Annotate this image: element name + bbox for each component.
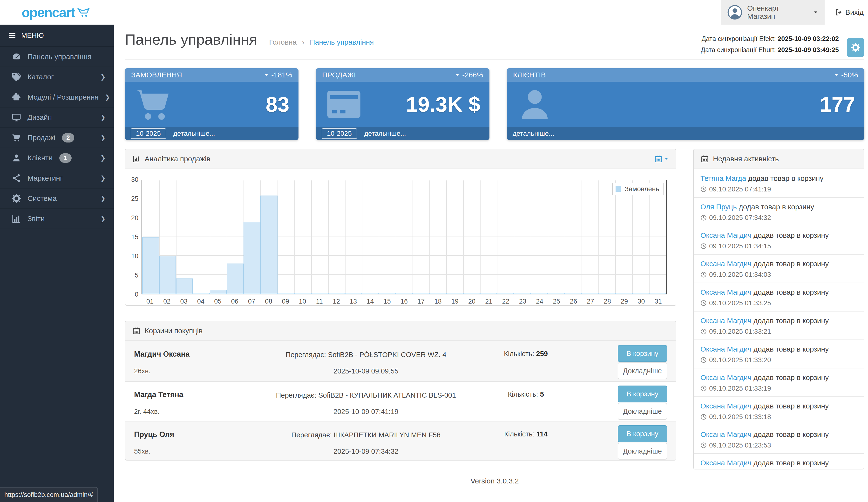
gridline xyxy=(142,255,666,256)
stat-card-footer: детальніше... xyxy=(507,127,865,140)
sidebar-item-design[interactable]: Дизайн ❯ xyxy=(0,107,114,128)
logout-button[interactable]: Вихід xyxy=(835,0,864,24)
clock-icon xyxy=(700,328,707,335)
opencart-admin-dashboard: opencart МЕНЮ Панель управління Каталог … xyxy=(0,0,868,502)
activity-timestamp: 09.10.2025 01:33:19 xyxy=(700,384,857,392)
stat-card-value: 83 xyxy=(266,92,289,117)
activity-action-text: додав товар в корзину xyxy=(754,373,829,381)
cart-icon xyxy=(12,133,21,143)
chart-bar xyxy=(396,293,413,294)
clock-icon xyxy=(700,300,707,306)
sidebar-item-system[interactable]: Система ❯ xyxy=(0,188,114,209)
sidebar-item-catalog[interactable]: Каталог ❯ xyxy=(0,67,114,87)
gridline xyxy=(430,180,430,294)
sidebar-item-label: Дизайн xyxy=(28,113,52,122)
activity-action-text: додав товар в корзину xyxy=(754,345,829,353)
cart-row: Пруць Оля 55хв. Переглядає: ШКАРПЕТКИ MA… xyxy=(125,421,676,461)
chevron-right-icon: ❯ xyxy=(105,94,110,101)
menu-toggle[interactable]: МЕНЮ xyxy=(0,24,114,47)
activity-customer-link[interactable]: Оксана Магдич xyxy=(700,373,752,381)
clock-icon xyxy=(700,243,707,249)
activity-customer-link[interactable]: Оксана Магдич xyxy=(700,402,752,410)
chevron-right-icon: ❯ xyxy=(100,73,106,81)
stat-card-month[interactable]: 10-2025 xyxy=(131,128,166,139)
to-cart-button[interactable]: В корзину xyxy=(618,386,667,402)
gridline xyxy=(379,180,379,294)
x-tick-label: 29 xyxy=(621,298,628,305)
cart-big-icon xyxy=(134,85,172,124)
chart-range-dropdown[interactable] xyxy=(654,155,669,163)
sidebar-item-label: Продажі xyxy=(28,134,55,142)
gridline xyxy=(480,180,480,294)
sidebar-item-customers[interactable]: Клієнти 1 ❯ xyxy=(0,148,114,168)
stat-card-title: КЛІЄНТІВ xyxy=(513,71,546,79)
chart-bar xyxy=(294,293,311,294)
stat-card-orders: ЗАМОВЛЕННЯ -181% 83 10-2025 детальніше..… xyxy=(125,68,299,140)
details-button[interactable]: Докладніше xyxy=(618,403,667,420)
sidebar: opencart МЕНЮ Панель управління Каталог … xyxy=(0,0,114,502)
chart-bar xyxy=(159,256,176,294)
opencart-logo[interactable]: opencart xyxy=(0,0,114,24)
x-tick-label: 14 xyxy=(366,298,374,305)
stat-card-month[interactable]: 10-2025 xyxy=(322,128,357,139)
cart-timestamp: 2025-10-09 09:09:55 xyxy=(257,367,475,375)
x-tick-label: 27 xyxy=(587,298,594,305)
x-tick-label: 20 xyxy=(468,298,475,305)
details-button[interactable]: Докладніше xyxy=(618,443,667,460)
to-cart-button[interactable]: В корзину xyxy=(618,345,667,362)
chart-x-axis: 0102030405060708091011121314151617181920… xyxy=(142,298,666,306)
details-button[interactable]: Докладніше xyxy=(618,362,667,379)
stat-card-more-link[interactable]: детальніше... xyxy=(364,130,406,137)
stat-card-more-link[interactable]: детальніше... xyxy=(513,130,554,137)
activity-customer-link[interactable]: Оксана Магдич xyxy=(700,231,752,239)
sidebar-item-extensions[interactable]: Модулі / Розширення ❯ xyxy=(0,87,114,107)
sidebar-item-reports[interactable]: Звіти ❯ xyxy=(0,209,114,229)
sync-line-ehurt: Дата синхронізації Ehurt: 2025-10-09 03:… xyxy=(701,44,839,55)
stat-card-body: 177 xyxy=(507,82,865,127)
cart-duration: 26хв. xyxy=(134,367,257,375)
x-tick-label: 04 xyxy=(197,298,205,305)
breadcrumb-current[interactable]: Панель управління xyxy=(310,38,374,46)
page-title: Панель управління xyxy=(125,31,257,48)
share-icon xyxy=(12,173,21,183)
activity-timestamp: 09.10.2025 01:23:53 xyxy=(700,441,857,449)
status-url-tooltip: https://sofib2b.com.ua/admin/# xyxy=(0,487,98,502)
activity-customer-link[interactable]: Оксана Магдич xyxy=(700,317,752,325)
gridline xyxy=(446,180,447,294)
activity-customer-link[interactable]: Оксана Магдич xyxy=(700,430,752,438)
chevron-right-icon: ❯ xyxy=(100,134,106,142)
chart-bar xyxy=(632,293,649,294)
activity-timestamp: 09.10.2025 07:41:19 xyxy=(700,185,857,193)
gridline xyxy=(581,180,582,294)
settings-button[interactable] xyxy=(847,38,865,57)
to-cart-button[interactable]: В корзину xyxy=(618,425,667,442)
sidebar-item-dashboard[interactable]: Панель управління xyxy=(0,47,114,67)
breadcrumb-home[interactable]: Головна xyxy=(269,38,297,46)
activity-item: Оксана Магдич додав товар в корзину xyxy=(694,454,864,470)
activity-customer-link[interactable]: Оксана Магдич xyxy=(700,260,752,268)
x-tick-label: 11 xyxy=(316,298,323,305)
activity-item: Оксана Магдич додав товар в корзину 09.1… xyxy=(694,368,864,397)
activity-item: Тетяна Магда додав товар в корзину 09.10… xyxy=(694,169,864,198)
chart-bar xyxy=(480,293,497,294)
activity-customer-link[interactable]: Оля Пруць xyxy=(700,203,737,211)
user-menu[interactable]: Опенкарт Магазин xyxy=(721,0,825,24)
activity-item: Оксана Магдич додав товар в корзину 09.1… xyxy=(694,283,864,311)
calendar-icon xyxy=(701,155,709,163)
legend-swatch xyxy=(614,185,622,193)
x-tick-label: 07 xyxy=(248,298,255,305)
sidebar-item-marketing[interactable]: Маркетинг ❯ xyxy=(0,168,114,188)
caret-down-icon xyxy=(813,10,818,15)
activity-customer-link[interactable]: Тетяна Магда xyxy=(700,174,746,182)
cart-rows: Магдич Оксана 26хв. Переглядає: SofiB2B … xyxy=(125,341,676,461)
activity-customer-link[interactable]: Оксана Магдич xyxy=(700,459,752,467)
stat-card-more-link[interactable]: детальніше... xyxy=(173,130,215,137)
x-tick-label: 17 xyxy=(417,298,425,305)
activity-action-text: додав товар в корзину xyxy=(754,430,829,438)
activity-customer-link[interactable]: Оксана Магдич xyxy=(700,345,752,353)
sidebar-item-label: Клієнти xyxy=(28,154,53,162)
x-tick-label: 24 xyxy=(536,298,543,305)
chart-bar xyxy=(345,293,362,294)
sidebar-item-sales[interactable]: Продажі 2 ❯ xyxy=(0,128,114,148)
activity-customer-link[interactable]: Оксана Магдич xyxy=(700,288,752,296)
